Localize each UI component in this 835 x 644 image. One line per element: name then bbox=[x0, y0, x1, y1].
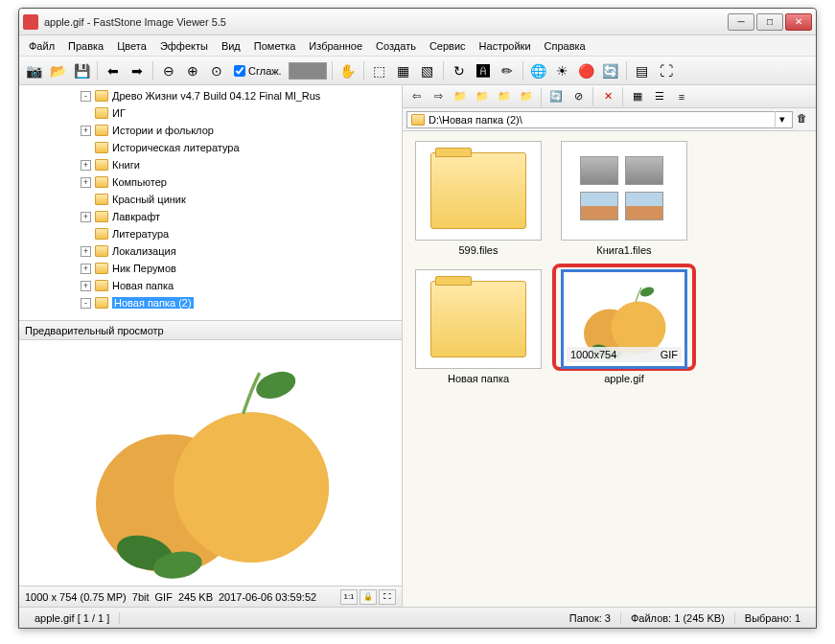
thumbnail-grid[interactable]: 599.filesКнига1.filesНовая папка1000x754… bbox=[403, 131, 816, 607]
menu-favorites[interactable]: Избранное bbox=[303, 38, 368, 54]
thumbnail-item[interactable]: Книга1.files bbox=[558, 141, 690, 256]
view-list-icon[interactable]: ☰ bbox=[650, 88, 669, 105]
thumb-label: 599.files bbox=[459, 244, 499, 256]
tree-label: Истории и фольклор bbox=[112, 125, 214, 136]
fullscreen-icon[interactable]: ⛶ bbox=[656, 60, 677, 81]
tree-item[interactable]: +Локализация bbox=[23, 242, 398, 260]
expand-icon[interactable]: + bbox=[81, 212, 91, 222]
tree-label: Новая папка (2) bbox=[112, 297, 194, 309]
path-input[interactable]: D:\Новая папка (2)\ ▾ bbox=[406, 111, 793, 128]
tree-item[interactable]: -Новая папка (2) bbox=[23, 294, 398, 311]
hand-icon[interactable]: ✋ bbox=[337, 60, 359, 81]
menubar: Файл Правка Цвета Эффекты Вид Пометка Из… bbox=[19, 35, 816, 57]
menu-file[interactable]: Файл bbox=[23, 38, 60, 54]
path-dropdown-icon[interactable]: ▾ bbox=[775, 111, 788, 128]
expand-icon[interactable]: + bbox=[81, 281, 91, 291]
titlebar[interactable]: apple.gif - FastStone Image Viewer 5.5 ─… bbox=[19, 9, 816, 35]
menu-effects[interactable]: Эффекты bbox=[154, 38, 214, 54]
text-icon[interactable]: 🅰 bbox=[473, 60, 494, 81]
tree-item[interactable]: Историческая литература bbox=[23, 139, 398, 156]
maximize-button[interactable]: □ bbox=[756, 13, 783, 31]
tree-label: Книги bbox=[112, 159, 140, 171]
trash-icon[interactable]: 🗑 bbox=[797, 112, 812, 127]
tree-item[interactable]: -Древо Жизни v4.7 Build 04.12 Final Ml_R… bbox=[23, 87, 398, 104]
tree-item[interactable]: +Компьютер bbox=[23, 173, 398, 191]
nav-refresh-icon[interactable]: 🔄 bbox=[546, 88, 566, 105]
menu-view[interactable]: Вид bbox=[216, 38, 246, 54]
thumb-box bbox=[561, 141, 687, 241]
status-file: apple.gif [ 1 / 1 ] bbox=[25, 612, 120, 624]
smooth-toggle[interactable]: Сглаж. bbox=[230, 65, 286, 77]
minimize-button[interactable]: ─ bbox=[728, 13, 754, 31]
rotate-icon[interactable]: ↻ bbox=[449, 60, 470, 81]
view-details-icon[interactable]: ≡ bbox=[672, 88, 691, 105]
menu-tag[interactable]: Пометка bbox=[248, 38, 302, 54]
expand-icon[interactable]: + bbox=[81, 246, 91, 257]
capture-icon[interactable]: 📷 bbox=[23, 60, 44, 81]
tree-item[interactable]: +Лавкрафт bbox=[23, 208, 398, 225]
nav-newfolder-icon[interactable]: 📁 bbox=[517, 88, 536, 105]
menu-create[interactable]: Создать bbox=[370, 38, 422, 54]
open-icon[interactable]: 📂 bbox=[47, 60, 68, 81]
tree-item[interactable]: Литература bbox=[23, 225, 398, 242]
expand-icon[interactable]: - bbox=[81, 91, 91, 102]
fit-icon[interactable]: ⛶ bbox=[379, 589, 396, 605]
nav-forward-icon[interactable]: ⇨ bbox=[429, 88, 448, 105]
thumbnail-item[interactable]: Новая папка bbox=[412, 269, 545, 384]
tree-item[interactable]: +Книги bbox=[23, 156, 398, 173]
menu-colors[interactable]: Цвета bbox=[111, 38, 152, 54]
smooth-checkbox[interactable] bbox=[234, 65, 245, 77]
nav-back-icon[interactable]: ⇦ bbox=[406, 88, 426, 105]
zoom-11-button[interactable]: 1:1 bbox=[340, 589, 358, 605]
menu-edit[interactable]: Правка bbox=[62, 38, 109, 54]
red-icon[interactable]: 🔴 bbox=[576, 60, 597, 81]
right-pane: ⇦ ⇨ 📁 📁 📁 📁 🔄 ⊘ ✕ ▦ ☰ ≡ D:\Новая пап bbox=[403, 85, 816, 607]
preview-header: Предварительный просмотр bbox=[19, 321, 402, 340]
zoom-fit-icon[interactable]: ⊙ bbox=[206, 60, 227, 81]
expand-icon[interactable]: - bbox=[81, 298, 91, 309]
resize-icon[interactable]: ▦ bbox=[393, 60, 414, 81]
menu-help[interactable]: Справка bbox=[539, 38, 591, 54]
status-files: Файлов: 1 (245 KB) bbox=[621, 612, 735, 624]
crop-icon[interactable]: ⬚ bbox=[369, 60, 390, 81]
save-icon[interactable]: 💾 bbox=[71, 60, 92, 81]
expand-icon[interactable]: + bbox=[81, 160, 91, 171]
back-icon[interactable]: ⬅ bbox=[103, 60, 124, 81]
view-thumbs-icon[interactable]: ▦ bbox=[628, 88, 647, 105]
refresh-icon[interactable]: 🔄 bbox=[600, 60, 621, 81]
brightness-icon[interactable]: ☀ bbox=[552, 60, 573, 81]
color-picker[interactable] bbox=[289, 62, 327, 80]
draw-icon[interactable]: ✏ bbox=[497, 60, 518, 81]
nav-delete-icon[interactable]: ✕ bbox=[598, 88, 617, 105]
zoom-out-icon[interactable]: ⊖ bbox=[158, 60, 179, 81]
expand-icon[interactable]: + bbox=[81, 177, 91, 188]
tree-item[interactable]: +Ник Перумов bbox=[23, 260, 398, 277]
expand-icon[interactable]: + bbox=[81, 264, 91, 274]
thumbnail-item[interactable]: 599.files bbox=[412, 141, 545, 256]
nav-folder1-icon[interactable]: 📁 bbox=[473, 88, 492, 105]
tree-item[interactable]: Красный циник bbox=[23, 191, 398, 208]
menu-settings[interactable]: Настройки bbox=[474, 38, 537, 54]
compare-icon[interactable]: ▤ bbox=[632, 60, 653, 81]
thumbnail-item[interactable]: 1000x754GIFapple.gif bbox=[558, 269, 690, 384]
forward-icon[interactable]: ➡ bbox=[127, 60, 148, 81]
statusbar: apple.gif [ 1 / 1 ] Папок: 3 Файлов: 1 (… bbox=[19, 607, 816, 628]
folder-icon bbox=[95, 125, 108, 136]
preview-pane[interactable] bbox=[19, 340, 402, 586]
zoom-in-icon[interactable]: ⊕ bbox=[182, 60, 203, 81]
expand-icon[interactable]: + bbox=[81, 126, 91, 136]
nav-stop-icon[interactable]: ⊘ bbox=[568, 88, 588, 105]
nav-up-icon[interactable]: 📁 bbox=[451, 88, 470, 105]
lock-icon[interactable]: 🔒 bbox=[360, 589, 377, 605]
close-button[interactable]: ✕ bbox=[785, 13, 812, 31]
folder-tree[interactable]: -Древо Жизни v4.7 Build 04.12 Final Ml_R… bbox=[19, 85, 402, 321]
folder-icon bbox=[95, 245, 108, 257]
tree-item[interactable]: +Истории и фольклор bbox=[23, 122, 398, 139]
tree-item[interactable]: ИГ bbox=[23, 104, 398, 122]
tree-item[interactable]: +Новая папка bbox=[23, 277, 398, 294]
menu-tools[interactable]: Сервис bbox=[424, 38, 472, 54]
thumb-label: Новая папка bbox=[448, 373, 509, 384]
nav-folder2-icon[interactable]: 📁 bbox=[495, 88, 514, 105]
slideshow-icon[interactable]: 🌐 bbox=[528, 60, 549, 81]
canvas-icon[interactable]: ▧ bbox=[417, 60, 438, 81]
